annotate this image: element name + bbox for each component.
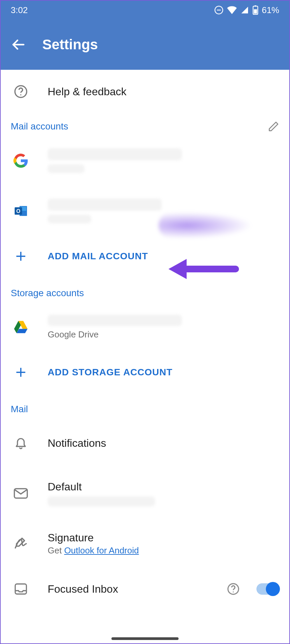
help-circle-icon [14,85,28,99]
bell-icon [14,436,28,450]
signature-icon [13,537,28,550]
section-title: Mail accounts [11,121,68,132]
back-icon[interactable] [11,37,26,52]
status-right: 61% [214,5,279,15]
signature-row[interactable]: Signature Get Outlook for Android [1,519,289,569]
svg-rect-3 [255,5,256,7]
status-time: 3:02 [11,5,28,15]
edit-icon[interactable] [268,121,279,132]
section-mail-accounts: Mail accounts [1,113,289,136]
redacted-text [48,199,162,211]
notifications-label: Notifications [48,437,279,449]
redacted-text [48,164,85,173]
wifi-icon [227,6,237,14]
inbox-icon [14,582,28,596]
plus-icon [14,250,28,263]
status-bar: 3:02 61% [1,1,289,19]
default-row[interactable]: Default [1,468,289,519]
plus-icon [14,366,28,379]
focused-inbox-label: Focused Inbox [48,583,210,595]
redacted-text [48,315,182,326]
redacted-text [48,496,155,506]
help-feedback-row[interactable]: Help & feedback [1,70,289,113]
svg-rect-4 [254,9,257,14]
page-title: Settings [42,37,98,53]
google-icon [13,153,28,168]
nav-handle[interactable] [111,637,179,640]
default-label: Default [48,481,279,493]
redacted-text [48,215,91,223]
status-battery-pct: 61% [262,5,279,15]
svg-point-7 [20,94,21,96]
signature-hint: Get Outlook for Android [48,545,279,556]
storage-account-gdrive[interactable]: Google Drive [1,302,289,352]
svg-rect-18 [15,584,26,594]
mail-account-google[interactable] [1,136,289,186]
notifications-row[interactable]: Notifications [1,418,289,468]
redacted-text [48,148,182,160]
svg-point-20 [233,591,234,592]
storage-label: Google Drive [48,329,279,340]
signature-link[interactable]: Outlook for Android [64,545,139,555]
focused-inbox-toggle[interactable] [256,583,279,595]
cell-signal-icon [240,6,249,14]
dnd-icon [214,5,224,15]
add-mail-label: ADD MAIL ACCOUNT [48,251,279,262]
mail-icon [14,488,28,499]
outlook-icon: O [13,204,28,218]
section-title: Mail [11,404,28,415]
redacted-highlight [158,212,252,239]
svg-text:O: O [16,208,20,214]
gdrive-icon [13,320,28,334]
add-storage-account-button[interactable]: ADD STORAGE ACCOUNT [1,352,289,392]
app-header: Settings [1,19,289,70]
battery-icon [252,5,258,15]
section-title: Storage accounts [11,288,84,299]
add-mail-account-button[interactable]: ADD MAIL ACCOUNT [1,236,289,276]
help-feedback-label: Help & feedback [48,86,279,98]
signature-label: Signature [48,532,279,544]
section-storage-accounts: Storage accounts [1,276,289,302]
focused-inbox-row[interactable]: Focused Inbox [1,569,289,609]
section-mail: Mail [1,392,289,418]
add-storage-label: ADD STORAGE ACCOUNT [48,367,279,378]
help-circle-icon[interactable] [227,583,240,595]
